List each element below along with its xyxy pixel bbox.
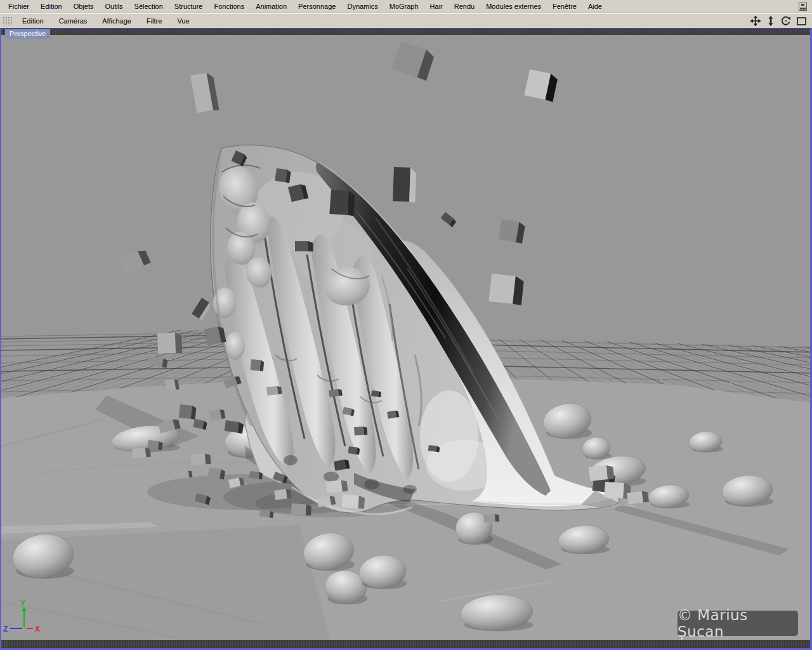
debris-cube	[295, 241, 313, 251]
viewport-bottom-strip	[1, 640, 810, 648]
axis-z-label: Z	[3, 625, 8, 633]
bottom-grip-handle[interactable]	[2, 641, 8, 647]
menu-hair[interactable]: Hair	[424, 1, 449, 11]
menu-aide[interactable]: Aide	[582, 1, 608, 11]
menu-dynamics[interactable]: Dynamics	[341, 1, 383, 11]
debris-cube	[326, 480, 348, 494]
axis-y-label: Y	[20, 599, 25, 607]
menu-animation[interactable]: Animation	[250, 1, 292, 11]
debris-cube	[179, 470, 192, 479]
menu-filtre[interactable]: Filtre	[139, 16, 169, 26]
debris-cube	[157, 333, 182, 354]
menu-modules-externes[interactable]: Modules externes	[480, 1, 547, 11]
menu-s-lection[interactable]: Sélection	[129, 1, 169, 11]
debris-cube	[266, 386, 282, 396]
menu-structure[interactable]: Structure	[169, 1, 209, 11]
debris-cube	[354, 427, 367, 436]
maximize-view-icon[interactable]	[796, 16, 807, 26]
layout-window-icon[interactable]	[797, 1, 808, 11]
menu-edition[interactable]: Edition	[35, 1, 68, 11]
menu-fonctions[interactable]: Fonctions	[208, 1, 250, 11]
axis-x-label: X	[35, 625, 40, 633]
debris-cube	[190, 453, 211, 465]
main-menubar: FichierEditionObjetsOutilsSélectionStruc…	[0, 0, 812, 13]
menu-fichier[interactable]: Fichier	[3, 1, 35, 11]
debris-cube	[483, 514, 499, 522]
menu-cam-ras[interactable]: Caméras	[51, 16, 95, 26]
zoom-view-icon[interactable]	[765, 16, 776, 26]
menu-vue[interactable]: Vue	[169, 16, 197, 26]
menu-edition[interactable]: Edition	[15, 16, 51, 26]
menu-affichage[interactable]: Affichage	[95, 16, 139, 26]
debris-cube	[132, 448, 151, 459]
menu-personnage[interactable]: Personnage	[292, 1, 341, 11]
menu-mograph[interactable]: MoGraph	[384, 1, 424, 11]
rotate-view-icon[interactable]	[780, 16, 792, 26]
menubar-1-items: FichierEditionObjetsOutilsSélectionStruc…	[3, 1, 608, 11]
viewport-label: Perspective	[5, 29, 50, 39]
debris-cube	[589, 465, 614, 481]
viewport-title-strip	[1, 29, 810, 35]
debris-cube	[329, 190, 355, 216]
debris-cube	[250, 359, 264, 371]
debris-cube	[165, 378, 180, 391]
viewport-menubar: EditionCamérasAffichageFiltreVue	[0, 13, 812, 28]
menubar-2-items: EditionCamérasAffichageFiltreVue	[15, 16, 197, 26]
debris-cube	[393, 167, 416, 202]
pan-view-icon[interactable]	[750, 16, 761, 26]
menu-fen-tre[interactable]: Fenêtre	[547, 1, 582, 11]
menu-outils[interactable]: Outils	[99, 1, 128, 11]
debris-cube	[488, 274, 524, 305]
menu-rendu[interactable]: Rendu	[449, 1, 480, 11]
menu-objets[interactable]: Objets	[68, 1, 100, 11]
watermark: © Marius Șucan	[678, 611, 798, 636]
perspective-viewport[interactable]: Perspective	[0, 28, 812, 650]
toolbar-grip-handle[interactable]	[3, 17, 12, 25]
debris-cube	[604, 482, 631, 499]
viewport-canvas[interactable]: Y Z X	[1, 35, 810, 640]
